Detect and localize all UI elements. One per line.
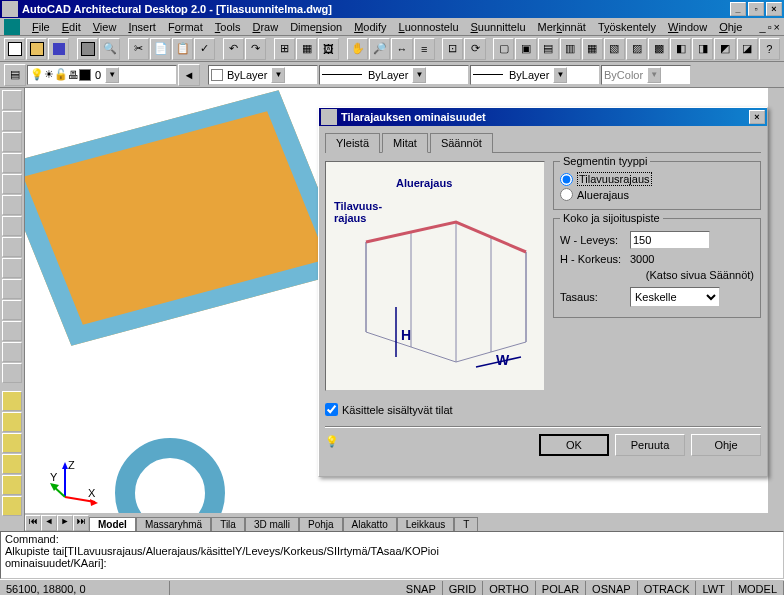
layer-dropdown[interactable]: 💡 ☀ 🔓 🖶 0 ▼ xyxy=(27,65,177,85)
status-osnap[interactable]: OSNAP xyxy=(586,581,638,596)
aec-5-button[interactable]: ▦ xyxy=(582,38,603,60)
tool-line[interactable] xyxy=(2,90,22,110)
linetype-dropdown[interactable]: ByLayer ▼ xyxy=(319,65,469,85)
radio-aluerajaus[interactable]: Aluerajaus xyxy=(560,188,754,201)
menu-view[interactable]: View xyxy=(87,21,123,33)
aec-10-button[interactable]: ◨ xyxy=(692,38,713,60)
ok-button[interactable]: OK xyxy=(539,434,609,456)
layers-button[interactable]: ▤ xyxy=(4,64,26,86)
aec-tool-3[interactable] xyxy=(2,433,22,453)
maximize-button[interactable]: ▫ xyxy=(748,2,764,16)
aec-2-button[interactable]: ▣ xyxy=(515,38,536,60)
viewport-tab-massaryhmä[interactable]: Massaryhmä xyxy=(136,517,211,531)
pan-button[interactable]: ✋ xyxy=(347,38,368,60)
paste-button[interactable]: 📋 xyxy=(172,38,193,60)
tool-arc[interactable] xyxy=(2,132,22,152)
menu-file[interactable]: File xyxy=(26,21,56,33)
menu-edit[interactable]: Edit xyxy=(56,21,87,33)
tool-dim[interactable] xyxy=(2,237,22,257)
status-lwt[interactable]: LWT xyxy=(696,581,731,596)
bulb-icon[interactable]: 💡 xyxy=(325,435,345,455)
help-button[interactable]: Ohje xyxy=(691,434,761,456)
tab-saannot[interactable]: Säännöt xyxy=(430,133,493,153)
zoom-button[interactable]: 🔎 xyxy=(369,38,390,60)
tool-text[interactable] xyxy=(2,216,22,236)
aec-12-button[interactable]: ◪ xyxy=(737,38,758,60)
mdi-restore-button[interactable]: ▫ xyxy=(768,21,772,33)
match-button[interactable]: ✓ xyxy=(194,38,215,60)
aec-1-button[interactable]: ▢ xyxy=(493,38,514,60)
tool-hatch[interactable] xyxy=(2,195,22,215)
minimize-button[interactable]: _ xyxy=(730,2,746,16)
align-select[interactable]: Keskelle xyxy=(630,287,720,307)
tool-trim[interactable] xyxy=(2,363,22,383)
aec-tool-2[interactable] xyxy=(2,412,22,432)
viewport-tab-alakatto[interactable]: Alakatto xyxy=(343,517,397,531)
viewport-tab-model[interactable]: Model xyxy=(89,517,136,531)
list-button[interactable]: ≡ xyxy=(414,38,435,60)
aec-11-button[interactable]: ◩ xyxy=(714,38,735,60)
tool-circle[interactable] xyxy=(2,153,22,173)
aec-tool-6[interactable] xyxy=(2,496,22,516)
menu-luonnostelu[interactable]: Luonnostelu xyxy=(393,21,465,33)
aec-4-button[interactable]: ▥ xyxy=(560,38,581,60)
print-button[interactable] xyxy=(77,38,98,60)
dialog-close-button[interactable]: × xyxy=(749,110,765,124)
tab-first-button[interactable]: ⏮ xyxy=(25,515,41,531)
aec-7-button[interactable]: ▨ xyxy=(626,38,647,60)
cancel-button[interactable]: Peruuta xyxy=(615,434,685,456)
color-dropdown[interactable]: ByLayer ▼ xyxy=(208,65,318,85)
status-grid[interactable]: GRID xyxy=(443,581,484,596)
tab-prev-button[interactable]: ◄ xyxy=(41,515,57,531)
menu-ohje[interactable]: Ohje xyxy=(713,21,748,33)
adc-button[interactable]: ▦ xyxy=(296,38,317,60)
status-otrack[interactable]: OTRACK xyxy=(638,581,697,596)
status-polar[interactable]: POLAR xyxy=(536,581,586,596)
tool-pline[interactable] xyxy=(2,111,22,131)
menu-window[interactable]: Window xyxy=(662,21,713,33)
tab-last-button[interactable]: ⏭ xyxy=(73,515,89,531)
aec-8-button[interactable]: ▩ xyxy=(648,38,669,60)
aec-9-button[interactable]: ◧ xyxy=(670,38,691,60)
status-model[interactable]: MODEL xyxy=(732,581,784,596)
command-window[interactable]: Command: Alkupiste tai[TILavuusrajaus/Al… xyxy=(0,531,784,579)
right-scrollbar[interactable] xyxy=(768,88,784,531)
tab-yleista[interactable]: Yleistä xyxy=(325,133,380,153)
viewport-tab-pohja[interactable]: Pohja xyxy=(299,517,343,531)
menu-tools[interactable]: Tools xyxy=(209,21,247,33)
viewport-tab-leikkaus[interactable]: Leikkaus xyxy=(397,517,454,531)
viewport-tab-3d malli[interactable]: 3D malli xyxy=(245,517,299,531)
tab-next-button[interactable]: ► xyxy=(57,515,73,531)
tool-copy[interactable] xyxy=(2,279,22,299)
status-ortho[interactable]: ORTHO xyxy=(483,581,536,596)
menu-suunnittelu[interactable]: Suunnittelu xyxy=(465,21,532,33)
aec-tool-1[interactable] xyxy=(2,391,22,411)
width-input[interactable] xyxy=(630,231,710,249)
viewport-tab-tila[interactable]: Tila xyxy=(211,517,245,531)
tab-mitat[interactable]: Mitat xyxy=(382,133,428,153)
radio-tilavuusrajaus[interactable]: Tilavuusrajaus xyxy=(560,172,754,186)
dist-button[interactable]: ↔ xyxy=(391,38,412,60)
help-button[interactable]: ? xyxy=(759,38,780,60)
redo-button[interactable]: ↷ xyxy=(245,38,266,60)
cut-button[interactable]: ✂ xyxy=(128,38,149,60)
lineweight-dropdown[interactable]: ByLayer ▼ xyxy=(470,65,600,85)
redraw-button[interactable]: ⟳ xyxy=(464,38,485,60)
tool-scale[interactable] xyxy=(2,321,22,341)
undo-button[interactable]: ↶ xyxy=(223,38,244,60)
tool-rotate[interactable] xyxy=(2,300,22,320)
menu-draw[interactable]: Draw xyxy=(246,21,284,33)
menu-dimension[interactable]: Dimension xyxy=(284,21,348,33)
status-coords[interactable]: 56100, 18800, 0 xyxy=(0,581,170,596)
snap-button[interactable]: ⊞ xyxy=(274,38,295,60)
mdi-close-button[interactable]: × xyxy=(774,21,780,33)
preview-button[interactable]: 🔍 xyxy=(99,38,120,60)
menu-format[interactable]: Format xyxy=(162,21,209,33)
process-contained-checkbox[interactable]: Käsittele sisältyvät tilat xyxy=(325,399,761,420)
tool-rect[interactable] xyxy=(2,174,22,194)
menu-modify[interactable]: Modify xyxy=(348,21,392,33)
aec-3-button[interactable]: ▤ xyxy=(538,38,559,60)
status-snap[interactable]: SNAP xyxy=(400,581,443,596)
menu-merkinnät[interactable]: Merkinnät xyxy=(532,21,592,33)
mdi-minimize-button[interactable]: _ xyxy=(760,21,766,33)
